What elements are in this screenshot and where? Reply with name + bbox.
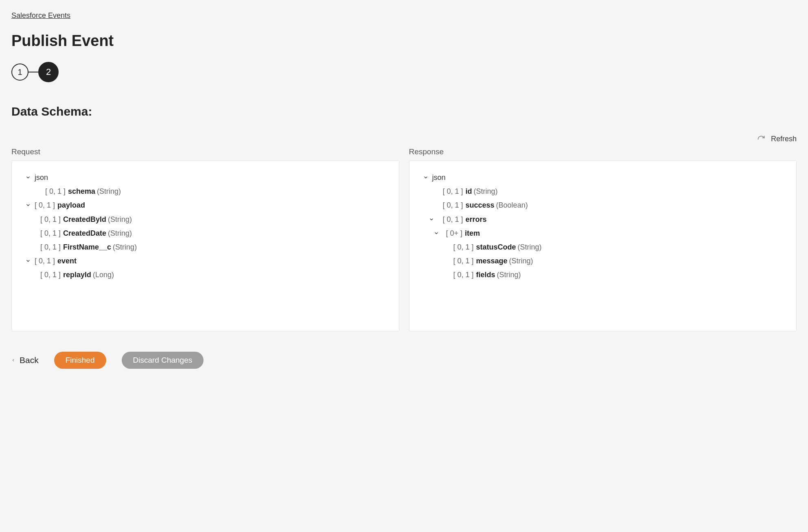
cardinality: [ 0, 1 ] [453, 268, 474, 282]
field-type: (String) [97, 184, 121, 198]
field-type: (String) [108, 212, 132, 226]
field-name: event [57, 254, 77, 268]
refresh-button[interactable]: Refresh [11, 135, 797, 143]
breadcrumb-link[interactable]: Salesforce Events [11, 11, 70, 20]
cardinality: [ 0, 1 ] [453, 254, 474, 268]
tree-node-root[interactable]: json [422, 171, 784, 184]
field-name: errors [466, 212, 487, 226]
cardinality: [ 0, 1 ] [35, 254, 55, 268]
step-connector [28, 72, 38, 72]
tree-node-id[interactable]: [ 0, 1 ] id (String) [422, 184, 784, 198]
step-1[interactable]: 1 [11, 63, 28, 81]
field-type: (String) [113, 240, 137, 254]
field-name: statusCode [476, 240, 516, 254]
tree-node-payload[interactable]: [ 0, 1 ] payload [24, 198, 387, 212]
response-label: Response [409, 147, 797, 156]
tree-node-message[interactable]: [ 0, 1 ] message (String) [422, 254, 784, 268]
cardinality: [ 0+ ] [446, 226, 463, 240]
field-type: (String) [108, 226, 132, 240]
tree-node-createdbyid[interactable]: [ 0, 1 ] CreatedById (String) [24, 212, 387, 226]
field-name: replayId [63, 268, 91, 282]
back-label: Back [20, 355, 39, 365]
chevron-down-icon [24, 258, 32, 263]
cardinality: [ 0, 1 ] [40, 226, 61, 240]
discard-button[interactable]: Discard Changes [122, 352, 204, 369]
chevron-down-icon [427, 217, 436, 222]
field-type: (String) [497, 268, 521, 282]
field-name: success [466, 198, 495, 212]
cardinality: [ 0, 1 ] [443, 198, 463, 212]
field-name: fields [476, 268, 495, 282]
step-2[interactable]: 2 [38, 62, 59, 82]
chevron-down-icon [24, 203, 32, 208]
tree-node-success[interactable]: [ 0, 1 ] success (Boolean) [422, 198, 784, 212]
field-type: (Long) [93, 268, 114, 282]
tree-node-replayid[interactable]: [ 0, 1 ] replayId (Long) [24, 268, 387, 282]
tree-node-createddate[interactable]: [ 0, 1 ] CreatedDate (String) [24, 226, 387, 240]
section-title: Data Schema: [11, 105, 797, 118]
field-type: (Boolean) [496, 198, 528, 212]
page-title: Publish Event [11, 32, 797, 50]
field-name: id [466, 184, 472, 198]
chevron-down-icon [432, 231, 440, 236]
cardinality: [ 0, 1 ] [45, 184, 66, 198]
chevron-left-icon [11, 357, 15, 363]
field-name: FirstName__c [63, 240, 111, 254]
request-panel-group: Request json [ 0, 1 ] schema (String) [ … [11, 147, 399, 331]
tree-node-statuscode[interactable]: [ 0, 1 ] statusCode (String) [422, 240, 784, 254]
cardinality: [ 0, 1 ] [40, 240, 61, 254]
field-name: CreatedById [63, 212, 106, 226]
tree-node-errors[interactable]: [ 0, 1 ] errors [422, 212, 784, 226]
tree-root-label: json [432, 171, 446, 184]
tree-node-root[interactable]: json [24, 171, 387, 184]
refresh-icon [757, 135, 765, 143]
cardinality: [ 0, 1 ] [443, 184, 463, 198]
field-type: (String) [509, 254, 533, 268]
tree-root-label: json [35, 171, 48, 184]
tree-node-item[interactable]: [ 0+ ] item [422, 226, 784, 240]
request-panel: json [ 0, 1 ] schema (String) [ 0, 1 ] p… [11, 160, 399, 331]
tree-node-firstname[interactable]: [ 0, 1 ] FirstName__c (String) [24, 240, 387, 254]
field-type: (String) [518, 240, 542, 254]
response-panel-group: Response json [ 0, 1 ] id (String) [ 0, … [409, 147, 797, 331]
response-panel: json [ 0, 1 ] id (String) [ 0, 1 ] succe… [409, 160, 797, 331]
cardinality: [ 0, 1 ] [453, 240, 474, 254]
field-name: schema [68, 184, 95, 198]
cardinality: [ 0, 1 ] [35, 198, 55, 212]
cardinality: [ 0, 1 ] [40, 212, 61, 226]
cardinality: [ 0, 1 ] [40, 268, 61, 282]
tree-node-fields[interactable]: [ 0, 1 ] fields (String) [422, 268, 784, 282]
chevron-down-icon [422, 175, 430, 180]
refresh-label: Refresh [771, 135, 797, 143]
stepper: 1 2 [11, 62, 797, 82]
field-name: CreatedDate [63, 226, 106, 240]
field-name: message [476, 254, 508, 268]
field-name: item [465, 226, 480, 240]
chevron-down-icon [24, 175, 32, 180]
field-name: payload [57, 198, 85, 212]
field-type: (String) [474, 184, 498, 198]
request-label: Request [11, 147, 399, 156]
tree-node-event[interactable]: [ 0, 1 ] event [24, 254, 387, 268]
finished-button[interactable]: Finished [54, 352, 106, 369]
cardinality: [ 0, 1 ] [443, 212, 463, 226]
back-button[interactable]: Back [11, 355, 39, 365]
tree-node-schema[interactable]: [ 0, 1 ] schema (String) [24, 184, 387, 198]
